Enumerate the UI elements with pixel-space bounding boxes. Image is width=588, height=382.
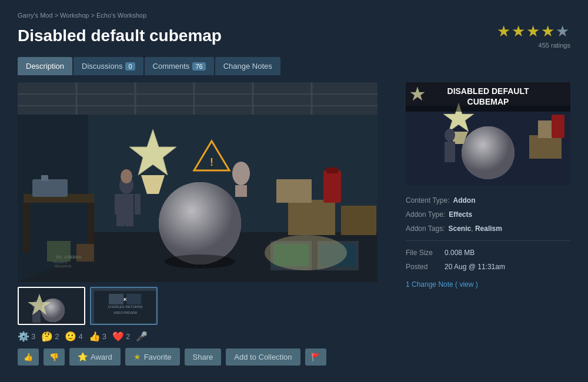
svg-rect-30 <box>288 200 335 235</box>
svg-rect-34 <box>326 167 338 173</box>
star-rating: ★★★★★ <box>497 22 570 41</box>
svg-point-65 <box>462 126 514 179</box>
reaction-gear[interactable]: ⚙️ 3 <box>18 331 35 342</box>
content-type-row: Content Type: Addon <box>406 193 570 207</box>
svg-rect-15 <box>32 179 68 197</box>
svg-rect-32 <box>276 179 312 203</box>
reaction-mic[interactable]: 🎤 <box>136 331 148 342</box>
tab-description[interactable]: Description <box>18 57 72 75</box>
thumbup-icon: 👍 <box>24 353 33 361</box>
reactions-row: ⚙️ 3 🤔 2 🙂 4 👍 3 ❤️ 2 <box>18 331 396 342</box>
tag-scenic[interactable]: Scenic <box>449 224 472 233</box>
svg-rect-25 <box>116 215 125 226</box>
svg-text:RESERVE: RESERVE <box>55 264 72 268</box>
svg-rect-68 <box>529 135 562 159</box>
svg-rect-60 <box>126 294 141 304</box>
svg-rect-23 <box>115 194 121 215</box>
breadcrumb-echos-workshop[interactable]: Echo's Workshop <box>96 12 146 19</box>
svg-rect-16 <box>41 175 48 181</box>
left-panel: ! DR. GREENS <box>18 82 396 366</box>
tag-realism[interactable]: Realism <box>475 224 502 233</box>
reaction-heart[interactable]: ❤️ 2 <box>112 331 130 342</box>
svg-rect-33 <box>323 170 341 203</box>
addon-type-row: Addon Type: Effects <box>406 207 570 222</box>
svg-rect-13 <box>24 203 29 253</box>
svg-text:CUBEMAP: CUBEMAP <box>467 97 509 106</box>
svg-rect-70 <box>552 115 564 138</box>
addon-tags-row: Addon Tags: Scenic, Realism <box>406 222 570 236</box>
main-screenshot: ! DR. GREENS <box>18 82 377 282</box>
thumbdown-icon: 👎 <box>49 353 59 361</box>
svg-text:CHARLES RETURNS: CHARLES RETURNS <box>108 305 142 309</box>
svg-text:!: ! <box>210 156 213 168</box>
breadcrumb-workshop[interactable]: Workshop <box>60 12 89 19</box>
add-to-collection-button[interactable]: Add to Collection <box>226 349 300 366</box>
reaction-thumbsup-emoji[interactable]: 👍 3 <box>89 331 106 342</box>
thumbnail-1[interactable] <box>18 287 85 325</box>
ratings-count: 455 ratings <box>497 42 570 49</box>
svg-point-47 <box>165 254 235 269</box>
svg-rect-46 <box>235 185 247 197</box>
svg-point-27 <box>121 169 132 183</box>
svg-point-71 <box>445 129 455 142</box>
tabs-bar: Description Discussions 0 Comments 76 Ch… <box>18 57 570 75</box>
svg-point-18 <box>159 182 241 264</box>
svg-rect-24 <box>135 194 141 215</box>
favorite-button[interactable]: ★ Favorite <box>125 348 180 366</box>
svg-point-44 <box>265 235 347 270</box>
rating-block: ★★★★★ 455 ratings <box>497 22 570 49</box>
svg-rect-72 <box>445 142 455 162</box>
breadcrumb: Garry's Mod > Workshop > Echo's Workshop <box>18 12 570 19</box>
favorite-icon: ★ <box>133 352 141 361</box>
svg-text:DR. GREENS: DR. GREENS <box>56 255 82 259</box>
tab-change-notes[interactable]: Change Notes <box>215 57 280 75</box>
flag-icon: 🚩 <box>311 353 320 361</box>
comments-badge: 76 <box>192 62 205 71</box>
svg-rect-1 <box>18 82 377 118</box>
file-size-row: File Size 0.008 MB <box>406 246 570 260</box>
svg-point-45 <box>232 162 250 185</box>
svg-text:PRIVATE: PRIVATE <box>53 260 68 264</box>
svg-text:VIDEO PREVIEW: VIDEO PREVIEW <box>113 311 137 314</box>
thumbs-down-button[interactable]: 👎 <box>44 349 65 366</box>
tab-discussions[interactable]: Discussions 0 <box>74 57 143 75</box>
breadcrumb-garrysmod[interactable]: Garry's Mod <box>18 12 53 19</box>
addon-thumbnail: DISABLED DEFAULT CUBEMAP <box>406 82 570 185</box>
share-button[interactable]: Share <box>185 349 222 366</box>
discussions-badge: 0 <box>125 62 135 71</box>
change-note-link[interactable]: 1 Change Note ( view ) <box>406 280 478 289</box>
award-button[interactable]: ⭐ Award <box>69 348 121 366</box>
page-title: Disabled default cubemap <box>18 26 222 45</box>
thumbnail-2[interactable]: THANK YOU! CHARLES RETURNS VIDEO PREVIEW <box>90 287 158 325</box>
posted-row: Posted 20 Aug @ 11:31am <box>406 260 570 274</box>
reaction-think[interactable]: 🤔 2 <box>41 331 59 342</box>
svg-rect-59 <box>109 294 123 304</box>
action-buttons: 👍 👎 ⭐ Award ★ Favorite Share Add to Co <box>18 348 396 366</box>
thumbnail-strip: THANK YOU! CHARLES RETURNS VIDEO PREVIEW <box>18 287 396 325</box>
svg-text:DISABLED DEFAULT: DISABLED DEFAULT <box>447 86 529 96</box>
right-panel: DISABLED DEFAULT CUBEMAP Content Type: A… <box>406 82 570 366</box>
svg-rect-26 <box>125 215 133 226</box>
svg-rect-31 <box>341 206 376 235</box>
award-icon: ⭐ <box>78 352 88 361</box>
addon-metadata: Content Type: Addon Addon Type: Effects … <box>406 193 570 291</box>
tab-comments[interactable]: Comments 76 <box>145 57 214 75</box>
reaction-smile[interactable]: 🙂 4 <box>65 331 82 342</box>
thumbs-up-button[interactable]: 👍 <box>18 349 39 366</box>
flag-button[interactable]: 🚩 <box>305 349 326 366</box>
